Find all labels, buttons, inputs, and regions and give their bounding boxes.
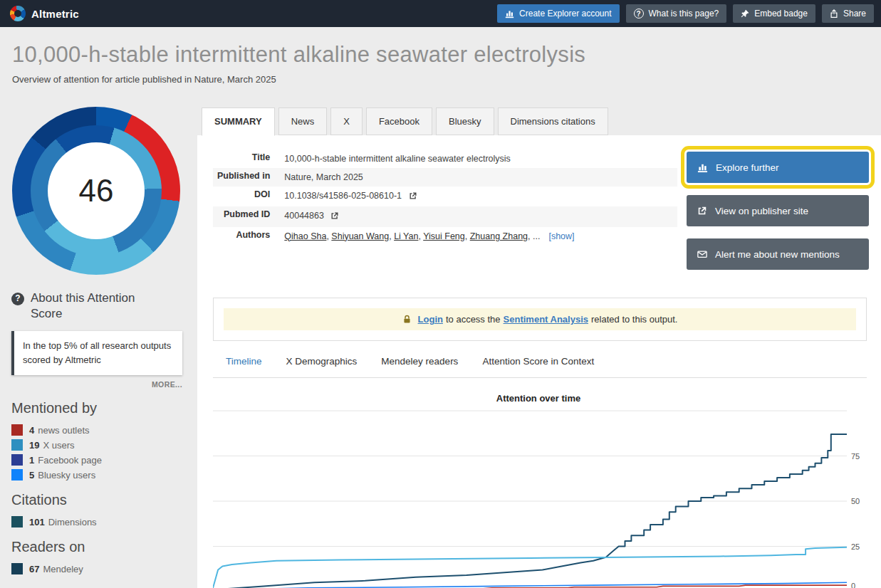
chart-title: Attention over time: [213, 393, 864, 404]
citations-heading: Citations: [11, 492, 186, 508]
x-users-label: X users: [43, 440, 74, 451]
brand-name: Altmetric: [31, 8, 79, 20]
external-link-icon[interactable]: [330, 212, 339, 222]
series-dimensions-citations: [213, 434, 847, 588]
mention-item-facebook-page: 1 Facebook page: [11, 454, 186, 466]
series-x-mentions: [213, 547, 847, 588]
bar-chart-icon: [505, 9, 514, 19]
page-title: 10,000-h-stable intermittent alkaline se…: [12, 41, 653, 68]
pubmed-link[interactable]: 40044863: [284, 211, 324, 221]
subtab-x-demographics[interactable]: X Demographics: [286, 356, 358, 367]
title-value: 10,000-h-stable intermittent alkaline se…: [278, 149, 677, 168]
navbar-actions: Create Explorer account ? What is this p…: [497, 4, 874, 23]
alert-new-mentions-button[interactable]: Alert me about new mentions: [687, 238, 869, 270]
embed-badge-button[interactable]: Embed badge: [733, 4, 815, 23]
tab-x[interactable]: X: [330, 107, 363, 135]
lock-icon: [402, 315, 412, 324]
share-label: Share: [843, 9, 866, 19]
table-row-pubmed: Pubmed ID 40044863: [213, 206, 677, 226]
table-row-published: Published in Nature, March 2025: [213, 168, 677, 187]
top-navbar: Altmetric Create Explorer account ? What…: [0, 0, 881, 27]
news-label: news outlets: [38, 425, 89, 436]
show-authors-link[interactable]: [show]: [548, 231, 574, 241]
summary-section: Title 10,000-h-stable intermittent alkal…: [213, 149, 869, 270]
page-header: 10,000-h-stable intermittent alkaline se…: [12, 41, 653, 85]
tab-news[interactable]: News: [278, 107, 328, 135]
altmetric-logo-icon: [10, 6, 26, 21]
what-is-this-page-label: What is this page?: [649, 9, 719, 19]
x-users-count: 19: [29, 440, 39, 451]
subtab-attention-score-in-context[interactable]: Attention Score in Context: [482, 356, 594, 367]
external-link-icon: [697, 206, 707, 216]
login-notice-text: to access the: [446, 314, 501, 325]
altmetric-article-page: Altmetric Create Explorer account ? What…: [0, 0, 881, 588]
author-link[interactable]: Li Yan: [394, 231, 418, 241]
question-icon: ?: [11, 293, 24, 305]
login-notice: Login to access the Sentiment Analysis r…: [224, 308, 856, 330]
tab-bluesky[interactable]: Bluesky: [436, 107, 494, 135]
what-is-this-page-button[interactable]: ? What is this page?: [626, 4, 727, 23]
author-link[interactable]: Shiyuan Wang: [331, 231, 389, 241]
login-link[interactable]: Login: [418, 314, 443, 325]
tab-dimensions-citations[interactable]: Dimensions citations: [498, 107, 608, 135]
about-attention-score-link[interactable]: ? About this Attention Score: [11, 290, 165, 322]
published-label: Published in: [213, 168, 278, 187]
mendeley-swatch: [11, 563, 23, 574]
readers-heading: Readers on: [11, 539, 186, 555]
tab-bar: SUMMARY News X Facebook Bluesky Dimensio…: [202, 107, 612, 135]
subtab-mendeley-readers[interactable]: Mendeley readers: [381, 356, 458, 367]
page-subtitle: Overview of attention for article publis…: [12, 74, 653, 85]
news-swatch: [11, 424, 23, 436]
create-explorer-account-button[interactable]: Create Explorer account: [497, 4, 619, 23]
alert-new-mentions-label: Alert me about new mentions: [715, 249, 840, 260]
mentioned-by-heading: Mentioned by: [11, 400, 186, 416]
altmetric-home-link[interactable]: Altmetric: [7, 6, 79, 21]
attention-score: 46: [48, 142, 145, 239]
citations-list: 101 Dimensions: [11, 516, 186, 527]
svg-text:25: 25: [851, 542, 860, 551]
subtab-timeline[interactable]: Timeline: [226, 356, 262, 367]
share-icon: [830, 9, 838, 18]
table-row-title: Title 10,000-h-stable intermittent alkal…: [213, 149, 677, 168]
table-row-authors: Authors Qihao Sha, Shiyuan Wang, Li Yan,…: [213, 227, 677, 246]
bluesky-swatch: [11, 469, 23, 481]
article-metadata-table: Title 10,000-h-stable intermittent alkal…: [213, 149, 677, 246]
view-on-publisher-site-button[interactable]: View on publisher site: [687, 195, 869, 226]
doi-link[interactable]: 10.1038/s41586-025-08610-1: [284, 191, 402, 201]
x-users-swatch: [11, 439, 23, 451]
dimensions-swatch: [11, 516, 23, 527]
view-on-publisher-site-label: View on publisher site: [715, 206, 808, 216]
about-attention-score-label: About this Attention Score: [31, 290, 165, 322]
embed-badge-label: Embed badge: [754, 9, 808, 19]
title-label: Title: [213, 149, 278, 168]
author-link[interactable]: Yisui Feng: [423, 231, 465, 241]
sidebar: 46 ? About this Attention Score In the t…: [0, 101, 197, 588]
pubmed-value: 40044863: [278, 206, 677, 226]
summary-panel: Title 10,000-h-stable intermittent alkal…: [197, 135, 881, 588]
altmetric-donut-badge: 46: [12, 107, 180, 275]
tab-facebook[interactable]: Facebook: [366, 107, 432, 135]
pubmed-label: Pubmed ID: [213, 206, 278, 226]
bar-chart-icon: [697, 162, 708, 173]
mention-item-bluesky-users: 5 Bluesky users: [11, 469, 186, 481]
mentioned-by-list: 4 news outlets 19 X users 1 Facebook pag…: [11, 424, 186, 481]
external-link-icon[interactable]: [409, 192, 417, 202]
score-context-callout: In the top 5% of all research outputs sc…: [11, 331, 182, 375]
readers-list: 67 Mendeley: [11, 563, 186, 574]
mention-item-x-users: 19 X users: [11, 439, 186, 451]
tab-summary[interactable]: SUMMARY: [202, 107, 275, 136]
sentiment-analysis-link[interactable]: Sentiment Analysis: [504, 314, 588, 325]
pin-icon: [741, 9, 749, 18]
explore-further-button[interactable]: Explore further: [687, 152, 869, 183]
more-link[interactable]: MORE...: [11, 380, 182, 389]
mendeley-count: 67: [29, 564, 39, 574]
doi-value: 10.1038/s41586-025-08610-1: [278, 187, 677, 206]
author-link[interactable]: Qihao Sha: [284, 231, 326, 241]
facebook-count: 1: [29, 455, 34, 466]
dimensions-count: 101: [29, 517, 45, 527]
share-button[interactable]: Share: [822, 4, 874, 23]
envelope-icon: [697, 249, 707, 259]
author-link[interactable]: Zhuang Zhang: [470, 231, 528, 241]
mention-item-news-outlets: 4 news outlets: [11, 424, 186, 436]
table-row-doi: DOI 10.1038/s41586-025-08610-1: [213, 187, 677, 206]
